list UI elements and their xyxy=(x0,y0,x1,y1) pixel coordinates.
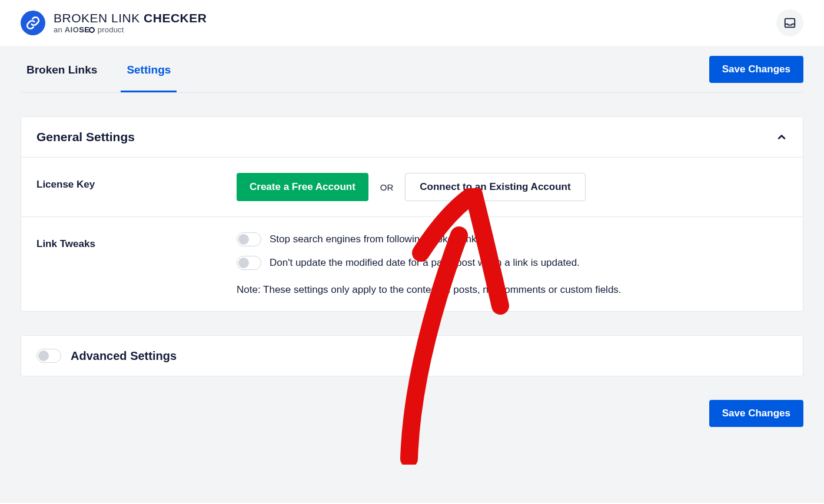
license-key-content: Create a Free Account OR Connect to an E… xyxy=(237,173,788,201)
bottom-actions: Save Changes xyxy=(21,400,803,427)
general-settings-card: General Settings License Key Create a Fr… xyxy=(21,116,803,312)
connect-existing-account-button[interactable]: Connect to an Existing Account xyxy=(405,173,585,201)
tab-settings[interactable]: Settings xyxy=(121,46,177,92)
license-key-row: License Key Create a Free Account OR Con… xyxy=(21,158,803,217)
toggle-row-modified-date: Don't update the modified date for a pag… xyxy=(237,256,788,270)
link-tweaks-row: Link Tweaks Stop search engines from fol… xyxy=(21,217,803,311)
save-changes-button-bottom[interactable]: Save Changes xyxy=(709,400,803,427)
general-settings-title: General Settings xyxy=(36,130,135,144)
inbox-icon xyxy=(783,16,796,29)
or-divider: OR xyxy=(380,182,394,192)
save-changes-button-top[interactable]: Save Changes xyxy=(709,56,803,83)
logo-text: BROKEN LINK CHECKER an AIOSE product xyxy=(54,11,207,34)
tab-broken-links[interactable]: Broken Links xyxy=(21,46,103,92)
tabs-row: Broken Links Settings Save Changes xyxy=(21,46,803,93)
toggle-stop-search-engines[interactable] xyxy=(237,232,261,246)
notifications-button[interactable] xyxy=(776,9,803,36)
link-tweaks-note: Note: These settings only apply to the c… xyxy=(237,284,788,296)
target-icon xyxy=(89,27,95,33)
svg-rect-0 xyxy=(785,19,795,28)
tabs: Broken Links Settings xyxy=(21,46,177,92)
chevron-up-icon xyxy=(776,131,788,143)
toggle-label-modified-date: Don't update the modified date for a pag… xyxy=(270,257,580,269)
top-header: BROKEN LINK CHECKER an AIOSE product xyxy=(0,0,824,46)
license-actions: Create a Free Account OR Connect to an E… xyxy=(237,173,788,201)
app-title-bold: CHECKER xyxy=(144,11,207,25)
toggle-knob xyxy=(238,234,249,245)
page-body: Broken Links Settings Save Changes Gener… xyxy=(0,46,824,503)
subtitle-brand-a: AIO xyxy=(65,25,79,34)
toggle-label-stop-search: Stop search engines from following broke… xyxy=(270,233,481,245)
app-logo-icon xyxy=(21,11,45,35)
logo-area: BROKEN LINK CHECKER an AIOSE product xyxy=(21,11,207,35)
toggle-advanced-settings[interactable] xyxy=(36,349,61,363)
general-settings-header[interactable]: General Settings xyxy=(21,117,803,158)
license-key-label: License Key xyxy=(36,173,213,201)
advanced-settings-card: Advanced Settings xyxy=(21,335,803,376)
toggle-knob xyxy=(238,258,249,268)
toggle-dont-update-modified-date[interactable] xyxy=(237,256,261,270)
app-title: BROKEN LINK CHECKER xyxy=(54,11,207,25)
toggle-row-stop-search: Stop search engines from following broke… xyxy=(237,232,788,246)
link-tweaks-label: Link Tweaks xyxy=(36,232,213,296)
link-tweaks-content: Stop search engines from following broke… xyxy=(237,232,788,296)
app-subtitle: an AIOSE product xyxy=(54,26,207,34)
subtitle-brand-b: SE xyxy=(79,25,89,34)
subtitle-suffix: product xyxy=(95,25,124,34)
toggle-knob xyxy=(38,351,49,361)
advanced-settings-title: Advanced Settings xyxy=(71,349,177,363)
create-free-account-button[interactable]: Create a Free Account xyxy=(237,173,368,201)
subtitle-prefix: an xyxy=(54,25,65,34)
app-title-prefix: BROKEN LINK xyxy=(54,11,144,25)
